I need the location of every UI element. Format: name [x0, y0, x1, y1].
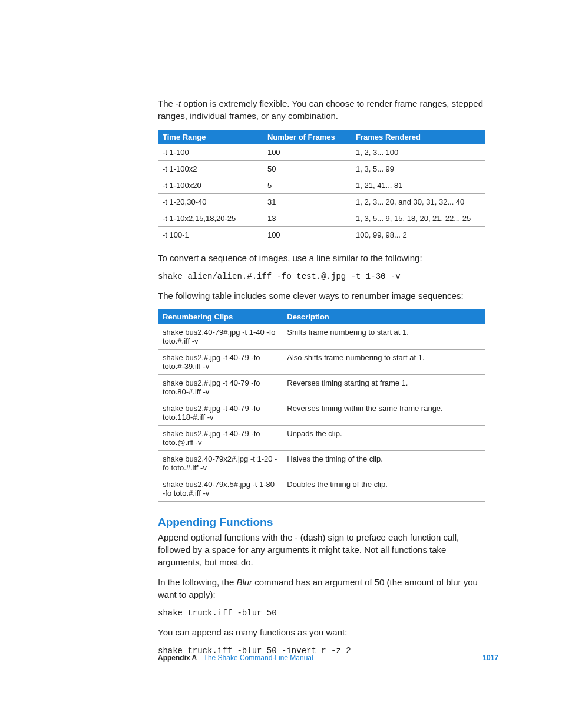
table-cell: 1, 2, 3... 20, and 30, 31, 32... 40	[351, 194, 485, 210]
table-cell: Unpads the clip.	[282, 426, 485, 451]
table-cell: shake bus2.40-79x.5#.jpg -t 1-80 -fo tot…	[158, 476, 282, 502]
table-row: shake bus2.#.jpg -t 40-79 -fo toto.@.iff…	[158, 426, 485, 451]
table-cell: Shifts frame numbering to start at 1.	[282, 324, 485, 350]
table-cell: shake bus2.#.jpg -t 40-79 -fo toto.80-#.…	[158, 375, 282, 400]
table-body: -t 1-1001001, 2, 3... 100-t 1-100x2501, …	[158, 144, 485, 243]
table-cell: 1, 2, 3... 100	[351, 144, 485, 161]
table-row: -t 1-20,30-40311, 2, 3... 20, and 30, 31…	[158, 194, 485, 210]
table-cell: 5	[263, 177, 351, 194]
table-cell: Doubles the timing of the clip.	[282, 476, 485, 502]
table-cell: 100, 99, 98... 2	[351, 227, 485, 243]
table-cell: -t 1-20,30-40	[158, 194, 263, 210]
table-header-row: Renumbering Clips Description	[158, 309, 485, 324]
append-paragraph-2: In the following, the Blur command has a…	[158, 576, 485, 601]
table-cell: 1, 3, 5... 99	[351, 161, 485, 177]
table-cell: 31	[263, 194, 351, 210]
table-cell: -t 1-100x20	[158, 177, 263, 194]
table-cell: shake bus2.#.jpg -t 40-79 -fo toto.@.iff…	[158, 426, 282, 451]
table-cell: 13	[263, 210, 351, 227]
col-header: Renumbering Clips	[158, 309, 282, 324]
append-paragraph-3: You can append as many functions as you …	[158, 626, 485, 638]
table-row: shake bus2.#.jpg -t 40-79 -fo toto.#-39.…	[158, 350, 485, 375]
intro-paragraph: The -t option is extremely flexible. You…	[158, 97, 485, 122]
code-block: shake truck.iff -blur 50	[158, 608, 485, 618]
table-row: shake bus2.#.jpg -t 40-79 -fo toto.80-#.…	[158, 375, 485, 400]
intro-suffix: option is extremely flexible. You can ch…	[158, 98, 483, 121]
table-cell: shake bus2.40-79#.jpg -t 1-40 -fo toto.#…	[158, 324, 282, 350]
table-cell: shake bus2.40-79x2#.jpg -t 1-20 -fo toto…	[158, 451, 282, 476]
clever-paragraph: The following table includes some clever…	[158, 289, 485, 302]
time-range-table: Time Range Number of Frames Frames Rende…	[158, 130, 485, 243]
table-cell: 1, 3, 5... 9, 15, 18, 20, 21, 22... 25	[351, 210, 485, 227]
col-header: Description	[282, 309, 485, 324]
table-row: -t 1-100x2501, 3, 5... 99	[158, 161, 485, 177]
table-cell: 50	[263, 161, 351, 177]
table-row: shake bus2.40-79#.jpg -t 1-40 -fo toto.#…	[158, 324, 485, 350]
table-cell: 100	[263, 227, 351, 243]
convert-paragraph: To convert a sequence of images, use a l…	[158, 252, 485, 264]
page-footer: Appendix A The Shake Command-Line Manual…	[158, 654, 498, 662]
table-row: -t 1-10x2,15,18,20-25131, 3, 5... 9, 15,…	[158, 210, 485, 227]
table-cell: Also shifts frame numbering to start at …	[282, 350, 485, 375]
table-cell: 100	[263, 144, 351, 161]
append-p2-prefix: In the following, the	[158, 577, 236, 587]
footer-rule	[501, 640, 501, 672]
col-header: Number of Frames	[263, 130, 351, 144]
table-row: shake bus2.40-79x.5#.jpg -t 1-80 -fo tot…	[158, 476, 485, 502]
append-paragraph-1: Append optional functions with the - (da…	[158, 531, 485, 568]
table-row: -t 1-1001001, 2, 3... 100	[158, 144, 485, 161]
intro-prefix: The	[158, 98, 176, 108]
section-heading: Appending Functions	[158, 516, 485, 529]
footer-page-number: 1017	[482, 654, 498, 662]
footer-title: The Shake Command-Line Manual	[204, 654, 313, 662]
table-cell: Reverses timing starting at frame 1.	[282, 375, 485, 400]
table-cell: -t 100-1	[158, 227, 263, 243]
footer-appendix: Appendix A	[158, 654, 197, 662]
table-cell: -t 1-100x2	[158, 161, 263, 177]
renumbering-table: Renumbering Clips Description shake bus2…	[158, 309, 485, 502]
col-header: Time Range	[158, 130, 263, 144]
table-row: -t 1-100x2051, 21, 41... 81	[158, 177, 485, 194]
table-row: -t 100-1100100, 99, 98... 2	[158, 227, 485, 243]
col-header: Frames Rendered	[351, 130, 485, 144]
table-cell: shake bus2.#.jpg -t 40-79 -fo toto.#-39.…	[158, 350, 282, 375]
table-cell: -t 1-100	[158, 144, 263, 161]
table-header-row: Time Range Number of Frames Frames Rende…	[158, 130, 485, 144]
table-body: shake bus2.40-79#.jpg -t 1-40 -fo toto.#…	[158, 324, 485, 502]
table-row: shake bus2.40-79x2#.jpg -t 1-20 -fo toto…	[158, 451, 485, 476]
table-cell: 1, 21, 41... 81	[351, 177, 485, 194]
append-p2-ital: Blur	[236, 577, 252, 587]
table-cell: Reverses timing within the same frame ra…	[282, 400, 485, 426]
table-cell: -t 1-10x2,15,18,20-25	[158, 210, 263, 227]
table-cell: Halves the timing of the clip.	[282, 451, 485, 476]
intro-option: -t	[176, 98, 181, 108]
table-cell: shake bus2.#.jpg -t 40-79 -fo toto.118-#…	[158, 400, 282, 426]
code-block: shake alien/alien.#.iff -fo test.@.jpg -…	[158, 272, 485, 281]
table-row: shake bus2.#.jpg -t 40-79 -fo toto.118-#…	[158, 400, 485, 426]
